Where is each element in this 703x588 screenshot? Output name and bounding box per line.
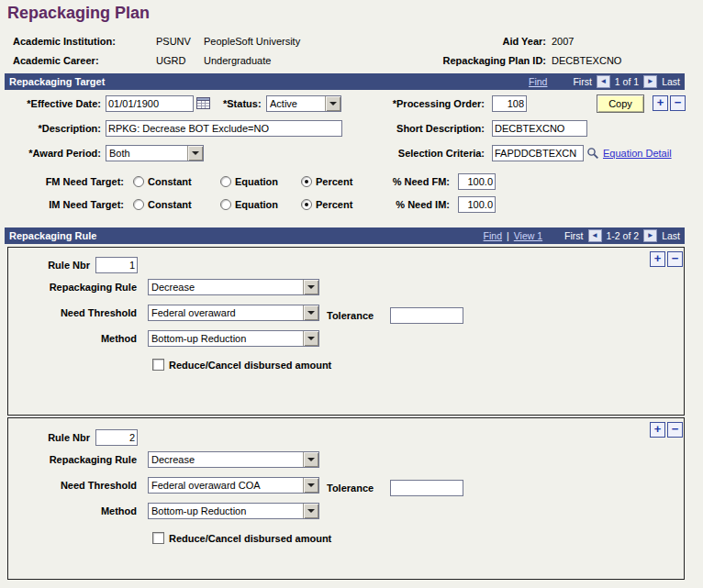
award-period-select-dropdown-button[interactable] (187, 146, 203, 161)
target-add-row-button[interactable]: + (653, 95, 668, 111)
rule-row-1-box: + − Rule Nbr Repackaging Rule Decrease N… (7, 247, 685, 416)
status-select-dropdown-button[interactable] (325, 96, 340, 111)
rules-first-label[interactable]: First (564, 230, 583, 241)
rule2-need-threshold-select[interactable]: Federal overaward COA (148, 477, 319, 494)
rule2-need-threshold-dropdown-button[interactable] (303, 478, 318, 493)
rule2-rule-nbr-label: Rule Nbr (19, 429, 90, 446)
rule2-need-threshold-value: Federal overaward COA (151, 478, 303, 493)
rule1-repackaging-rule-value: Decrease (151, 280, 303, 294)
rule2-reduce-cancel-checkbox[interactable] (152, 532, 164, 544)
rule1-need-threshold-label: Need Threshold (19, 305, 137, 321)
rule2-repackaging-rule-select[interactable]: Decrease (148, 451, 319, 468)
im-constant-radio-label: Constant (148, 196, 192, 213)
rules-last-label[interactable]: Last (662, 230, 680, 241)
academic-career-value: UGRD (156, 52, 185, 69)
repackaging-rule-title: Repackaging Rule (9, 230, 96, 241)
rule1-method-dropdown-button[interactable] (303, 331, 318, 346)
rule1-delete-row-button[interactable]: − (667, 251, 683, 267)
im-need-target-label: IM Need Target: (6, 196, 124, 213)
target-next-row-icon[interactable]: ► (643, 75, 657, 88)
rules-prev-row-icon[interactable]: ◄ (588, 229, 602, 242)
target-prev-row-icon[interactable]: ◄ (597, 75, 610, 88)
effective-date-label: *Effective Date: (6, 95, 101, 112)
academic-institution-label: Academic Institution: (13, 33, 116, 50)
effective-date-input[interactable] (106, 95, 194, 112)
im-percent-radio-label: Percent (316, 196, 352, 213)
rule2-method-value: Bottom-up Reduction (151, 504, 303, 518)
rule2-add-row-button[interactable]: + (650, 422, 665, 438)
chevron-down-icon (329, 102, 337, 105)
rule1-method-select[interactable]: Bottom-up Reduction (148, 330, 319, 347)
lookup-magnifier-icon[interactable] (586, 147, 599, 163)
target-find-link[interactable]: Find (529, 76, 547, 87)
selection-criteria-label: Selection Criteria: (363, 145, 485, 161)
processing-order-input[interactable] (492, 95, 527, 112)
award-period-select[interactable]: Both (106, 145, 204, 161)
rule2-delete-row-button[interactable]: − (667, 422, 683, 438)
rule2-method-dropdown-button[interactable] (303, 504, 318, 518)
im-equation-radio[interactable] (220, 199, 231, 210)
fm-constant-radio-label: Constant (148, 173, 192, 190)
rules-nav-separator: | (507, 230, 509, 241)
target-delete-row-button[interactable]: − (670, 95, 686, 111)
rule1-rule-nbr-input[interactable] (95, 257, 138, 273)
chevron-down-icon (307, 285, 315, 289)
chevron-down-icon (307, 311, 315, 315)
rule1-reduce-cancel-checkbox[interactable] (152, 359, 164, 371)
academic-institution-desc: PeopleSoft University (204, 33, 300, 50)
target-last-label[interactable]: Last (662, 76, 680, 87)
rule1-repackaging-rule-dropdown-button[interactable] (303, 280, 318, 294)
im-constant-radio[interactable] (133, 199, 144, 210)
chevron-down-icon (307, 483, 315, 487)
rule1-need-threshold-select[interactable]: Federal overaward (148, 305, 319, 321)
aid-year-label: Aid Year: (385, 33, 546, 50)
target-row-count: 1 of 1 (615, 76, 639, 87)
processing-order-label: *Processing Order: (363, 95, 485, 112)
fm-percent-radio[interactable] (301, 176, 312, 187)
rules-find-link[interactable]: Find (484, 230, 502, 241)
equation-detail-link[interactable]: Equation Detail (603, 145, 672, 161)
copy-button[interactable]: Copy (597, 94, 644, 113)
rule2-rule-nbr-input[interactable] (95, 429, 138, 446)
fm-constant-radio[interactable] (133, 176, 144, 187)
short-description-input[interactable] (492, 120, 587, 137)
rules-next-row-icon[interactable]: ► (643, 229, 657, 242)
chevron-down-icon (307, 458, 315, 461)
description-input[interactable] (106, 120, 342, 137)
im-percent-radio[interactable] (301, 199, 312, 210)
repackaging-target-title: Repackaging Target (9, 76, 105, 87)
short-description-label: Short Description: (363, 120, 485, 137)
rule2-tolerance-label: Tolerance (327, 480, 374, 496)
rules-row-count: 1-2 of 2 (607, 230, 640, 241)
chevron-down-icon (307, 509, 315, 513)
rule1-need-threshold-dropdown-button[interactable] (303, 305, 318, 320)
target-first-label[interactable]: First (573, 76, 591, 87)
rule2-method-label: Method (19, 503, 137, 519)
rule1-add-row-button[interactable]: + (650, 251, 665, 267)
rule1-need-threshold-value: Federal overaward (151, 305, 303, 320)
academic-career-desc: Undergraduate (204, 52, 271, 69)
chevron-down-icon (307, 337, 315, 340)
status-select[interactable]: Active (266, 95, 341, 112)
repackaging-rule-bar: Repackaging Rule Find | View 1 First ◄ 1… (5, 227, 685, 244)
chevron-down-icon (192, 151, 199, 155)
im-equation-radio-label: Equation (235, 196, 278, 213)
calendar-icon[interactable] (196, 96, 210, 114)
description-label: *Description: (6, 120, 101, 137)
rule2-method-select[interactable]: Bottom-up Reduction (148, 503, 319, 519)
selection-criteria-input[interactable] (492, 145, 584, 161)
rule1-method-value: Bottom-up Reduction (151, 331, 303, 346)
rules-view-link[interactable]: View 1 (514, 230, 542, 241)
rule2-tolerance-input[interactable] (390, 480, 463, 496)
rule2-reduce-cancel-label: Reduce/Cancel disbursed amount (169, 530, 331, 547)
rule1-tolerance-label: Tolerance (327, 307, 374, 324)
repackaging-plan-page: Repackaging Plan Academic Institution: P… (0, 0, 703, 588)
rule1-repackaging-rule-select[interactable]: Decrease (148, 279, 319, 295)
rule-row-2-box: + − Rule Nbr Repackaging Rule Decrease N… (7, 417, 685, 580)
pct-need-im-input[interactable] (458, 196, 496, 213)
pct-need-fm-input[interactable] (458, 173, 496, 190)
rule1-tolerance-input[interactable] (390, 307, 463, 324)
academic-career-label: Academic Career: (13, 52, 99, 69)
fm-equation-radio[interactable] (220, 176, 231, 187)
rule2-repackaging-rule-dropdown-button[interactable] (303, 452, 318, 467)
